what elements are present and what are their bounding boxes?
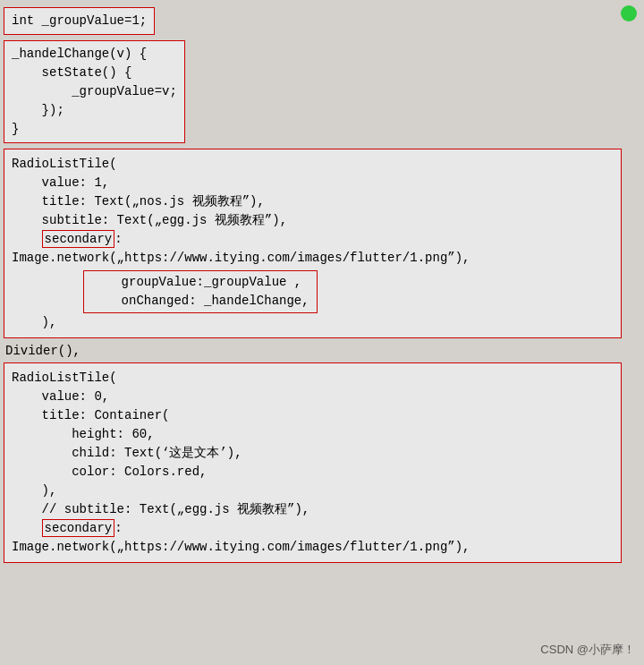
group-value-param: groupValue:_groupValue ,	[91, 273, 309, 292]
watermark: CSDN @小萨摩！	[540, 642, 635, 658]
green-dot-indicator	[621, 5, 637, 21]
secondary-keyword-2: secondary	[42, 519, 115, 537]
handel-line-3: });	[12, 101, 177, 120]
divider-line: Divider(),	[5, 342, 640, 361]
handel-change-block: _handelChange(v) { setState() { _groupVa…	[4, 40, 185, 143]
radio2-param-2: height: 60,	[12, 425, 614, 444]
group-value-line: int _groupValue=1;	[12, 13, 147, 28]
radio2-image-line: Image.network(„https://www.itying.com/im…	[12, 538, 614, 557]
radio2-param-3: child: Text(‘这是文本’),	[12, 444, 614, 463]
radio-list-tile-1-block: RadioListTile( value: 1, title: Text(„no…	[4, 149, 622, 338]
radio2-open: RadioListTile(	[12, 369, 614, 388]
radio1-secondary-line: secondary:	[12, 230, 614, 249]
radio1-param-2: subtitle: Text(„egg.js 视频教程”),	[12, 211, 614, 230]
code-area: int _groupValue=1; _handelChange(v) { se…	[0, 0, 644, 665]
radio1-image-line: Image.network(„https://www.itying.com/im…	[12, 249, 614, 268]
radio1-param-0: value: 1,	[12, 174, 614, 192]
secondary-keyword-1: secondary	[42, 230, 115, 248]
radio2-param-0: value: 0,	[12, 388, 614, 406]
radio2-param-5: ),	[12, 482, 614, 500]
radio-list-tile-2-block: RadioListTile( value: 0, title: Containe…	[4, 362, 622, 563]
radio2-param-4: color: Colors.red,	[12, 463, 614, 482]
radio2-param-6: // subtitle: Text(„egg.js 视频教程”),	[12, 500, 614, 519]
radio1-close: ),	[12, 313, 614, 332]
handel-line-4: }	[12, 120, 177, 139]
handel-line-1: setState() {	[12, 64, 177, 82]
handel-line-2: _groupValue=v;	[12, 82, 177, 101]
radio1-param-1: title: Text(„nos.js 视频教程”),	[12, 192, 614, 211]
radio1-open: RadioListTile(	[12, 155, 614, 174]
group-value-onchanged-block: groupValue:_groupValue , onChanged: _han…	[83, 270, 318, 313]
group-value-block: int _groupValue=1;	[4, 7, 155, 35]
radio2-param-1: title: Container(	[12, 406, 614, 425]
radio2-secondary-line: secondary:	[12, 519, 614, 538]
onchanged-param: onChanged: _handelChange,	[91, 292, 309, 311]
handel-line-0: _handelChange(v) {	[12, 45, 177, 64]
